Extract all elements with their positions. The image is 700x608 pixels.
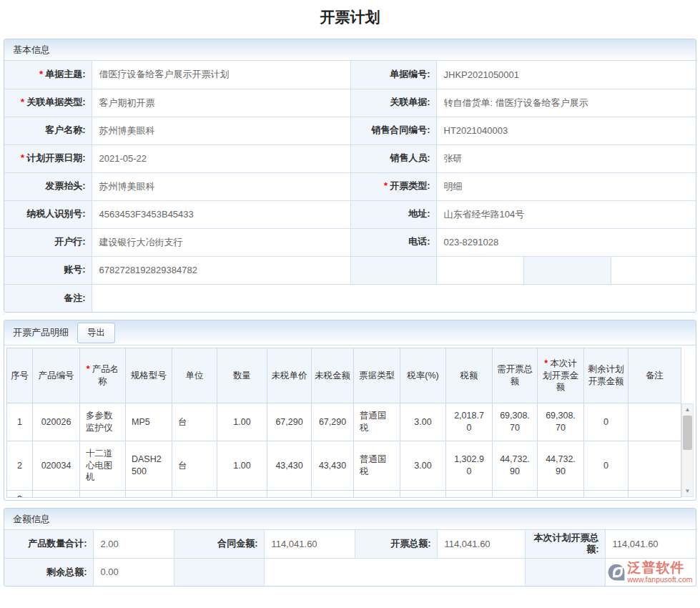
invoice-title-label: 发票抬头: <box>4 172 92 200</box>
empty-value-cell <box>611 256 696 284</box>
qty-total-value: 2.00 <box>93 530 174 558</box>
product-details-header: 开票产品明细 导出 <box>4 320 696 345</box>
col-plan-amount: *本次计划开票金额 <box>538 348 584 403</box>
empty-label-cell <box>523 256 611 284</box>
vertical-scrollbar[interactable]: ▲ ▼ <box>681 403 694 497</box>
cell-tax: 2,018.70 <box>446 403 493 441</box>
col-bill-type: 票据类型 <box>354 348 400 403</box>
table-row: *关联单据类型: 客户期初开票 关联单据: 转自借货单: 借医疗设备给客户展示 <box>4 89 696 117</box>
product-details-panel: 开票产品明细 导出 序号 产品编号 *产品名称 规格型号 单位 数量 未税单价 … <box>4 320 696 501</box>
address-value: 山东省经华路104号 <box>436 200 696 228</box>
doc-subject-label: *单据主题: <box>4 61 92 89</box>
amount-info-table: 产品数量合计: 2.00 合同金额: 114,041.60 开票总额: 114,… <box>4 530 696 586</box>
customer-name-label: 客户名称: <box>4 117 92 144</box>
empty-value-cell <box>436 256 523 284</box>
cell-product-name: 多参数监护仪 <box>80 403 126 441</box>
phone-label: 电话: <box>350 228 436 256</box>
cell-product-code: 020026 <box>33 403 80 441</box>
scrollbar-down-icon[interactable]: ▼ <box>682 486 693 496</box>
product-row: 2 020034 十二道心电图机 DASH2500 台 1.00 43,430 … <box>7 441 681 491</box>
account-label: 账号: <box>4 256 92 284</box>
required-asterisk: * <box>39 69 43 79</box>
taxpayer-id-value: 4563453F3453B45433 <box>92 200 350 228</box>
cell-seq: 2 <box>7 441 33 491</box>
watermark-site: www.fanpusoft.com <box>628 576 693 584</box>
cell-plan-amount: 44,732.90 <box>538 441 584 491</box>
table-row: *单据主题: 借医疗设备给客户展示开票计划 单据编号: JHKP20210500… <box>4 61 696 89</box>
related-doc-type-label: *关联单据类型: <box>4 89 92 117</box>
basic-info-section-title: 基本信息 <box>4 39 696 61</box>
col-product-code: 产品编号 <box>33 348 80 403</box>
table-row: 产品数量合计: 2.00 合同金额: 114,041.60 开票总额: 114,… <box>4 530 696 558</box>
cell-remaining: 0 <box>584 441 628 491</box>
salesperson-value: 张研 <box>436 144 696 172</box>
cell-amount: 43,430 <box>312 441 354 491</box>
amount-info-section-title: 金额信息 <box>4 509 696 530</box>
invoice-type-label: *开票类型: <box>350 172 436 200</box>
col-unit-price: 未税单价 <box>267 348 312 403</box>
plan-invoice-date-value: 2021-05-22 <box>92 144 350 172</box>
table-row: 客户名称: 苏州博美眼科 销售合同编号: HT2021040003 <box>4 117 696 144</box>
invoice-total-label: 开票总额: <box>355 530 437 558</box>
col-qty: 数量 <box>217 348 267 403</box>
cell-unit: 台 <box>172 441 217 491</box>
col-seq: 序号 <box>7 348 33 403</box>
salesperson-label: 销售人员: <box>350 144 436 172</box>
amount-info-panel: 金额信息 产品数量合计: 2.00 合同金额: 114,041.60 开票总额:… <box>4 508 696 587</box>
col-tax-rate: 税率(%) <box>400 348 446 403</box>
invoice-total-value: 114,041.60 <box>437 530 525 558</box>
table-row: 纳税人识别号: 4563453F3453B45433 地址: 山东省经华路104… <box>4 200 696 228</box>
cell-remaining: 0 <box>584 403 628 441</box>
cell-tax-rate: 3.00 <box>400 403 446 441</box>
required-asterisk: * <box>21 97 24 107</box>
product-row-partial: 3 <box>7 491 681 498</box>
col-note: 备注 <box>628 348 681 403</box>
required-asterisk: * <box>384 180 388 191</box>
cell-unit-price: 43,430 <box>267 441 312 491</box>
export-button[interactable]: 导出 <box>77 323 115 343</box>
plan-invoice-date-label: *计划开票日期: <box>4 144 92 172</box>
table-row: 剩余总额: 0.00 泛普软件 www.fanpusoft.com <box>4 558 696 586</box>
remaining-total-label: 剩余总额: <box>4 558 93 586</box>
remaining-total-value: 0.00 <box>93 558 174 586</box>
table-row: *计划开票日期: 2021-05-22 销售人员: 张研 <box>4 144 696 172</box>
cell-model: MP5 <box>126 403 172 441</box>
product-table-header-row: 序号 产品编号 *产品名称 规格型号 单位 数量 未税单价 未税金额 票据类型 … <box>7 348 681 403</box>
watermark: 泛普软件 www.fanpusoft.com <box>607 561 695 584</box>
bank-label: 开户行: <box>4 228 92 256</box>
watermark-cell: 泛普软件 www.fanpusoft.com <box>605 558 696 586</box>
doc-number-label: 单据编号: <box>350 61 436 89</box>
empty-label-cell <box>525 558 605 586</box>
phone-value: 023-8291028 <box>436 228 696 256</box>
plan-total-value: 114,041.60 <box>605 530 696 558</box>
scrollbar-thumb[interactable] <box>683 416 692 450</box>
col-product-name: *产品名称 <box>80 348 126 403</box>
invoice-type-value: 明细 <box>436 172 696 200</box>
contract-amount-label: 合同金额: <box>174 530 264 558</box>
remark-value <box>92 284 696 312</box>
col-unit: 单位 <box>172 348 217 403</box>
cell-note <box>628 403 681 441</box>
cell-amount: 67,290 <box>312 403 354 441</box>
bank-value: 建设银行大冶街支行 <box>92 228 350 256</box>
invoice-title-value: 苏州博美眼科 <box>92 172 350 200</box>
col-amount: 未税金额 <box>312 348 354 403</box>
cell-bill-type: 普通国税 <box>354 441 400 491</box>
required-asterisk: * <box>87 364 90 374</box>
doc-number-value: JHKP2021050001 <box>436 61 696 89</box>
scrollbar-up-icon[interactable]: ▲ <box>682 404 693 415</box>
plan-total-label: 本次计划开票总额: <box>525 530 605 558</box>
cell-seq: 1 <box>7 403 33 441</box>
cell-total-due: 69,308.70 <box>493 403 538 441</box>
page-title: 开票计划 <box>0 7 700 27</box>
contract-amount-value: 114,041.60 <box>264 530 355 558</box>
cell-bill-type: 普通国税 <box>354 403 400 441</box>
col-model: 规格型号 <box>126 348 172 403</box>
cell-note <box>628 441 681 491</box>
required-asterisk: * <box>544 358 548 368</box>
fanpu-logo-icon <box>607 563 626 582</box>
contract-number-value: HT2021040003 <box>436 117 696 144</box>
related-doc-label: 关联单据: <box>350 89 436 117</box>
remark-label: 备注: <box>4 284 92 312</box>
cell-qty: 1.00 <box>217 403 267 441</box>
